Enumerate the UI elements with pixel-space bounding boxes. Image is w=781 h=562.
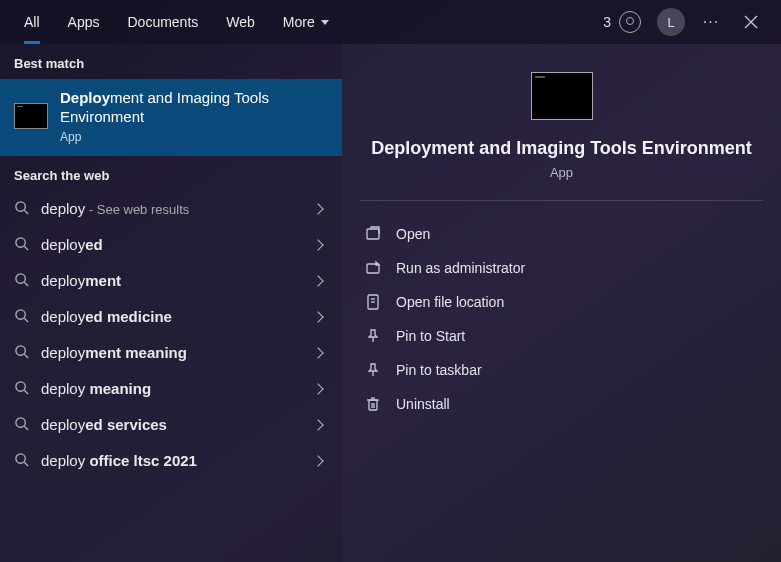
- rewards-count: 3: [603, 14, 611, 30]
- web-results-list: deploy - See web resultsdeployeddeployme…: [0, 191, 342, 479]
- results-pane: Best match Deployment and Imaging Tools …: [0, 44, 342, 562]
- svg-line-11: [24, 354, 28, 358]
- svg-line-15: [24, 426, 28, 430]
- best-match-subtitle: App: [60, 130, 328, 144]
- actions-list: Open Run as administrator Open file loca…: [342, 211, 781, 427]
- app-thumbnail-icon: [14, 103, 48, 129]
- action-label: Open: [396, 226, 430, 242]
- rewards-badge[interactable]: 3: [593, 11, 651, 33]
- web-result-item[interactable]: deploy meaning: [0, 371, 342, 407]
- svg-line-7: [24, 282, 28, 286]
- open-icon: [364, 225, 382, 243]
- action-uninstall[interactable]: Uninstall: [352, 387, 771, 421]
- web-result-item[interactable]: deploy - See web results: [0, 191, 342, 227]
- web-result-text: deployed services: [41, 416, 302, 433]
- tab-more[interactable]: More: [269, 0, 343, 44]
- svg-point-16: [16, 453, 25, 462]
- more-options-button[interactable]: ···: [691, 0, 731, 44]
- svg-point-6: [16, 273, 25, 282]
- close-button[interactable]: [731, 0, 771, 44]
- best-match-title: Deployment and Imaging Tools Environment: [60, 89, 328, 127]
- action-label: Uninstall: [396, 396, 450, 412]
- tab-all[interactable]: All: [10, 0, 54, 44]
- search-icon: [14, 200, 29, 218]
- svg-line-5: [24, 246, 28, 250]
- divider: [360, 200, 763, 201]
- svg-line-3: [24, 210, 28, 214]
- tab-documents[interactable]: Documents: [113, 0, 212, 44]
- best-match-header: Best match: [0, 44, 342, 79]
- web-result-item[interactable]: deployment meaning: [0, 335, 342, 371]
- action-label: Run as administrator: [396, 260, 525, 276]
- web-result-item[interactable]: deployed: [0, 227, 342, 263]
- action-open[interactable]: Open: [352, 217, 771, 251]
- web-result-item[interactable]: deployed medicine: [0, 299, 342, 335]
- action-label: Pin to Start: [396, 328, 465, 344]
- chevron-right-icon: [312, 203, 323, 214]
- svg-line-17: [24, 462, 28, 466]
- close-icon: [744, 15, 758, 29]
- search-icon: [14, 272, 29, 290]
- preview-title: Deployment and Imaging Tools Environment: [342, 138, 781, 159]
- chevron-right-icon: [312, 419, 323, 430]
- svg-point-10: [16, 345, 25, 354]
- search-tabs: All Apps Documents Web More 3 L ···: [0, 0, 781, 44]
- search-icon: [14, 452, 29, 470]
- chevron-right-icon: [312, 275, 323, 286]
- action-label: Pin to taskbar: [396, 362, 482, 378]
- chevron-down-icon: [321, 20, 329, 25]
- svg-rect-25: [369, 400, 377, 410]
- tab-web[interactable]: Web: [212, 0, 269, 44]
- action-pin-taskbar[interactable]: Pin to taskbar: [352, 353, 771, 387]
- pin-icon: [364, 361, 382, 379]
- action-open-location[interactable]: Open file location: [352, 285, 771, 319]
- web-result-item[interactable]: deployment: [0, 263, 342, 299]
- web-result-text: deploy meaning: [41, 380, 302, 397]
- best-match-result[interactable]: Deployment and Imaging Tools Environment…: [0, 79, 342, 156]
- action-run-admin[interactable]: Run as administrator: [352, 251, 771, 285]
- chevron-right-icon: [312, 455, 323, 466]
- web-result-item[interactable]: deploy office ltsc 2021: [0, 443, 342, 479]
- web-result-item[interactable]: deployed services: [0, 407, 342, 443]
- web-result-text: deploy - See web results: [41, 200, 302, 217]
- svg-point-14: [16, 417, 25, 426]
- rewards-icon: [619, 11, 641, 33]
- web-result-text: deployed medicine: [41, 308, 302, 325]
- chevron-right-icon: [312, 239, 323, 250]
- web-result-text: deployed: [41, 236, 302, 253]
- pin-icon: [364, 327, 382, 345]
- avatar[interactable]: L: [657, 8, 685, 36]
- web-search-header: Search the web: [0, 156, 342, 191]
- svg-point-4: [16, 237, 25, 246]
- search-icon: [14, 308, 29, 326]
- svg-rect-18: [367, 229, 379, 239]
- search-icon: [14, 416, 29, 434]
- search-icon: [14, 344, 29, 362]
- svg-line-13: [24, 390, 28, 394]
- svg-point-8: [16, 309, 25, 318]
- svg-point-12: [16, 381, 25, 390]
- chevron-right-icon: [312, 383, 323, 394]
- trash-icon: [364, 395, 382, 413]
- folder-icon: [364, 293, 382, 311]
- chevron-right-icon: [312, 311, 323, 322]
- chevron-right-icon: [312, 347, 323, 358]
- preview-subtitle: App: [342, 165, 781, 180]
- tab-apps[interactable]: Apps: [54, 0, 114, 44]
- preview-app-icon: [531, 72, 593, 120]
- svg-line-9: [24, 318, 28, 322]
- preview-pane: Deployment and Imaging Tools Environment…: [342, 44, 781, 562]
- web-result-text: deployment meaning: [41, 344, 302, 361]
- web-result-text: deploy office ltsc 2021: [41, 452, 302, 469]
- search-icon: [14, 236, 29, 254]
- action-pin-start[interactable]: Pin to Start: [352, 319, 771, 353]
- svg-point-2: [16, 201, 25, 210]
- web-result-text: deployment: [41, 272, 302, 289]
- tab-more-label: More: [283, 14, 315, 30]
- shield-icon: [364, 259, 382, 277]
- action-label: Open file location: [396, 294, 504, 310]
- search-icon: [14, 380, 29, 398]
